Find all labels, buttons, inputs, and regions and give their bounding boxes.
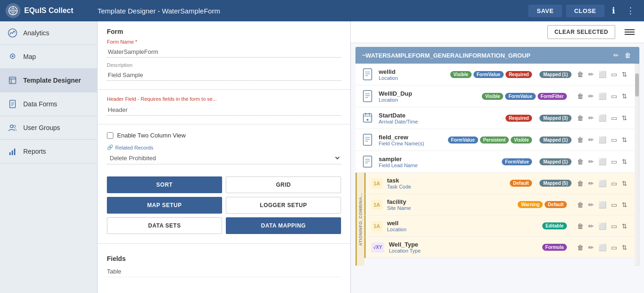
field-row-well-type[interactable]: √XY Well_Type Location Type Formula 🗑 bbox=[364, 237, 635, 258]
svg-rect-16 bbox=[9, 152, 11, 155]
logger-setup-button[interactable]: LOGGER SETUP bbox=[226, 197, 341, 214]
sidebar-item-template-designer[interactable]: Template Designer bbox=[0, 69, 97, 92]
badge-formfilter-wellid-dup: FormFilter bbox=[538, 93, 567, 100]
data-mapping-button[interactable]: DATA MAPPING bbox=[226, 217, 341, 234]
clear-selected-button[interactable]: CLEAR SELECTED bbox=[547, 25, 615, 39]
group-edit-button[interactable]: ✏ bbox=[611, 51, 621, 60]
mobile-well-button[interactable]: ▭ bbox=[609, 221, 619, 231]
tablet-field-crew-button[interactable]: ⬜ bbox=[597, 135, 608, 145]
delete-field-crew-button[interactable]: 🗑 bbox=[575, 135, 585, 145]
sidebar-item-reports[interactable]: Reports bbox=[0, 140, 97, 163]
edit-well-button[interactable]: ✏ bbox=[586, 221, 596, 231]
highlighted-fields: 1A task Task Code Default Mapped (5) bbox=[364, 173, 635, 266]
more-options-button[interactable]: ⋮ bbox=[623, 4, 638, 18]
two-column-row: Enable Two Column View bbox=[98, 129, 350, 142]
sidebar-item-analytics[interactable]: Analytics bbox=[0, 21, 97, 45]
sort-button[interactable]: SORT bbox=[107, 176, 222, 193]
tablet-wellid-dup-button[interactable]: ⬜ bbox=[597, 91, 608, 101]
delete-well-type-button[interactable]: 🗑 bbox=[575, 242, 585, 253]
tablet-sampler-button[interactable]: ⬜ bbox=[597, 156, 608, 167]
field-name-facility: facility bbox=[387, 198, 513, 205]
mobile-well-type-button[interactable]: ▭ bbox=[609, 242, 619, 253]
field-row-sampler[interactable]: sampler Field Lead Name FormValue Mapped… bbox=[355, 151, 635, 173]
delete-sampler-button[interactable]: 🗑 bbox=[575, 156, 585, 167]
reorder-wellid-button[interactable]: ⇅ bbox=[620, 69, 629, 79]
edit-field-crew-button[interactable]: ✏ bbox=[586, 135, 596, 145]
field-actions-startdate: 🗑 ✏ ⬜ ▭ ⇅ bbox=[575, 113, 629, 123]
form-panel: Form Form Name * Description Header Fiel… bbox=[98, 21, 351, 293]
reorder-facility-button[interactable]: ⇅ bbox=[620, 200, 629, 210]
main-layout: Analytics Map Template Designer bbox=[0, 21, 644, 293]
reorder-field-crew-button[interactable]: ⇅ bbox=[620, 135, 629, 145]
reorder-well-type-button[interactable]: ⇅ bbox=[620, 242, 629, 253]
description-input[interactable] bbox=[107, 70, 341, 81]
mobile-startdate-button[interactable]: ▭ bbox=[609, 113, 619, 123]
delete-facility-button[interactable]: 🗑 bbox=[575, 200, 585, 210]
field-actions-well-type: 🗑 ✏ ⬜ ▭ ⇅ bbox=[575, 242, 629, 253]
data-sets-button[interactable]: DATA SETS bbox=[107, 217, 222, 234]
edit-sampler-button[interactable]: ✏ bbox=[586, 156, 596, 167]
tablet-well-button[interactable]: ⬜ bbox=[597, 221, 608, 231]
reorder-wellid-dup-button[interactable]: ⇅ bbox=[620, 91, 629, 101]
mobile-task-button[interactable]: ▭ bbox=[609, 178, 619, 189]
edit-wellid-button[interactable]: ✏ bbox=[586, 69, 596, 79]
hamburger-menu-button[interactable] bbox=[621, 27, 638, 37]
mobile-facility-button[interactable]: ▭ bbox=[609, 200, 619, 210]
sidebar-item-data-forms[interactable]: Data Forms bbox=[0, 92, 97, 116]
delete-wellid-dup-button[interactable]: 🗑 bbox=[575, 91, 585, 101]
field-row-wellid-dup[interactable]: WellID_Dup Location Visible FormValue Fo… bbox=[355, 85, 635, 107]
tablet-facility-button[interactable]: ⬜ bbox=[597, 200, 608, 210]
sidebar-label-reports: Reports bbox=[23, 148, 46, 155]
edit-well-type-button[interactable]: ✏ bbox=[586, 242, 596, 253]
delete-prohibited-select[interactable]: Delete Prohibited Delete Allowed bbox=[107, 152, 341, 164]
field-sub-task: Task Code bbox=[387, 184, 505, 189]
group-header[interactable]: ~WATERSAMPLEFORM_GENERALINFORMATION_GROU… bbox=[355, 47, 639, 64]
grid-button[interactable]: GRID bbox=[226, 176, 341, 193]
save-button[interactable]: SAVE bbox=[528, 5, 562, 17]
field-row-well[interactable]: 1A well Location Editable 🗑 bbox=[364, 215, 635, 237]
field-row-field-crew[interactable]: field_crew Field Crew Name(s) FormValue … bbox=[355, 129, 635, 151]
scrollbar[interactable] bbox=[635, 64, 639, 266]
info-button[interactable]: ℹ bbox=[608, 4, 619, 18]
edit-task-button[interactable]: ✏ bbox=[586, 178, 596, 189]
delete-well-button[interactable]: 🗑 bbox=[575, 221, 585, 231]
delete-wellid-button[interactable]: 🗑 bbox=[575, 69, 585, 79]
reorder-well-button[interactable]: ⇅ bbox=[620, 221, 629, 231]
edit-wellid-dup-button[interactable]: ✏ bbox=[586, 91, 596, 101]
map-setup-button[interactable]: MAP SETUP bbox=[107, 197, 222, 214]
close-button[interactable]: CLOSE bbox=[566, 5, 605, 17]
map-icon bbox=[7, 52, 18, 62]
field-row-startdate[interactable]: StartDate Arrival Date/Time Required Map… bbox=[355, 107, 635, 129]
two-column-checkbox[interactable] bbox=[107, 132, 113, 139]
field-name-startdate: StartDate bbox=[379, 112, 501, 119]
tablet-wellid-button[interactable]: ⬜ bbox=[597, 69, 608, 79]
tablet-startdate-button[interactable]: ⬜ bbox=[597, 113, 608, 123]
mobile-sampler-button[interactable]: ▭ bbox=[609, 156, 619, 167]
form-name-input[interactable] bbox=[107, 46, 341, 58]
delete-startdate-button[interactable]: 🗑 bbox=[575, 113, 585, 123]
template-designer-icon bbox=[7, 75, 18, 85]
tablet-well-type-button[interactable]: ⬜ bbox=[597, 242, 608, 253]
group-delete-button[interactable]: 🗑 bbox=[623, 51, 633, 60]
fields-scroll[interactable]: ~WATERSAMPLEFORM_GENERALINFORMATION_GROU… bbox=[351, 43, 644, 293]
reorder-sampler-button[interactable]: ⇅ bbox=[620, 156, 629, 167]
badges-task: Default bbox=[510, 180, 532, 187]
sidebar-item-map[interactable]: Map bbox=[0, 45, 97, 69]
edit-facility-button[interactable]: ✏ bbox=[586, 200, 596, 210]
field-info-facility: facility Site Name bbox=[387, 198, 513, 211]
field-row-task[interactable]: 1A task Task Code Default Mapped (5) bbox=[364, 173, 635, 194]
field-info-task: task Task Code bbox=[387, 177, 505, 189]
tablet-task-button[interactable]: ⬜ bbox=[597, 178, 608, 189]
mapped-badge-task: Mapped (5) bbox=[539, 180, 572, 187]
mobile-field-crew-button[interactable]: ▭ bbox=[609, 135, 619, 145]
delete-task-button[interactable]: 🗑 bbox=[575, 178, 585, 189]
sidebar-item-user-groups[interactable]: User Groups bbox=[0, 116, 97, 140]
reorder-startdate-button[interactable]: ⇅ bbox=[620, 113, 629, 123]
edit-startdate-button[interactable]: ✏ bbox=[586, 113, 596, 123]
mobile-wellid-dup-button[interactable]: ▭ bbox=[609, 91, 619, 101]
header-input[interactable] bbox=[107, 104, 341, 116]
mobile-wellid-button[interactable]: ▭ bbox=[609, 69, 619, 79]
field-row-facility[interactable]: 1A facility Site Name Warning Default bbox=[364, 194, 635, 215]
field-row-wellid[interactable]: wellid Location Visible FormValue Requir… bbox=[355, 64, 635, 85]
reorder-task-button[interactable]: ⇅ bbox=[620, 178, 629, 189]
